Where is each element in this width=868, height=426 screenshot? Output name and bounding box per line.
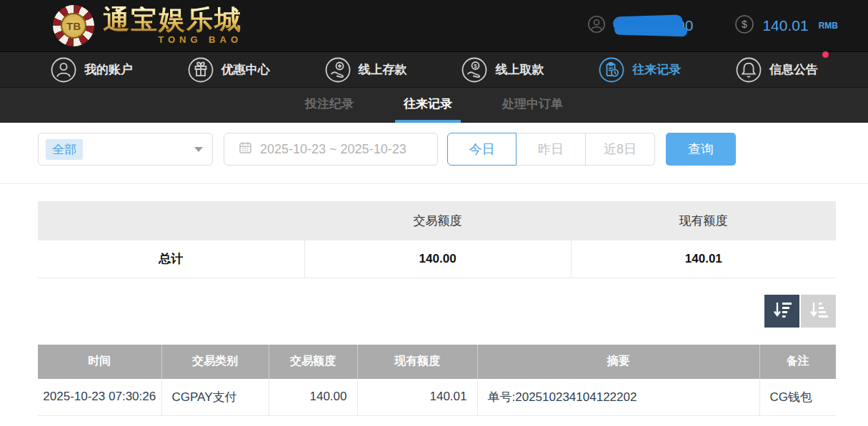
nav-item-deposit[interactable]: 线上存款 [324,56,407,83]
summary-header-empty [38,201,304,240]
nav-label: 线上取款 [495,61,544,78]
nav-item-withdraw[interactable]: $ 线上取款 [461,56,544,83]
bell-icon [735,56,762,83]
quick-btn-today[interactable]: 今日 [447,133,517,166]
svg-text:$: $ [474,63,478,69]
col-header-amount: 交易额度 [269,345,357,379]
tab-betting-records[interactable]: 投注纪录 [296,88,362,123]
nav-label: 往来记录 [632,61,681,78]
nav-item-transaction-records[interactable]: 往来记录 [598,56,681,83]
content-area: 全部 2025-10-23 ~ 2025-10-23 今日 [0,123,868,416]
privacy-scribble [614,25,687,37]
summary-header-row: 交易额度 现有额度 [38,201,836,240]
selected-type-chip: 全部 [46,139,83,160]
quick-btn-last-8-days[interactable]: 近8日 [586,133,655,166]
records-table: 时间 交易类别 交易额度 现有额度 摘要 备注 2025-10-23 07:30… [38,345,836,417]
tab-label: 往来记录 [404,96,452,112]
type-select[interactable]: 全部 [38,133,213,166]
sub-nav: 投注纪录 往来记录 处理中订单 [0,87,868,123]
col-header-type: 交易类别 [161,345,269,379]
summary-total-label: 总计 [38,240,304,278]
col-header-note: 备注 [759,345,836,379]
filter-row: 全部 2025-10-23 ~ 2025-10-23 今日 [38,133,836,166]
nav-item-promotions[interactable]: 优惠中心 [187,56,270,83]
poker-chip-icon: TB [53,5,94,46]
records-header-row: 时间 交易类别 交易额度 现有额度 摘要 备注 [38,345,836,379]
cell-type: CGPAY支付 [161,379,269,416]
logo-title-en: TONG BAO [103,34,242,45]
top-header: TB 通宝娱乐城 TONG BAO 590 [0,0,868,51]
user-avatar-icon [587,15,606,36]
col-header-summary: 摘要 [477,345,759,379]
sort-ascending-button[interactable] [801,295,836,328]
summary-transaction-amount: 140.00 [304,240,571,278]
summary-header-current-amount: 现有额度 [571,201,836,240]
cell-note: CG钱包 [759,379,836,416]
chip-label: TB [61,13,86,39]
nav-item-announcements[interactable]: 信息公告 [735,56,818,83]
user-account-box[interactable]: 590 [587,13,693,39]
date-range-input[interactable]: 2025-10-23 ~ 2025-10-23 [224,133,438,166]
account-icon [50,56,77,83]
gift-icon [187,56,214,83]
section-divider [0,183,868,184]
tab-transaction-records[interactable]: 往来记录 [395,88,461,123]
cell-amount: 140.00 [269,379,357,416]
quick-date-group: 今日 昨日 近8日 [447,133,655,166]
notification-dot [822,51,829,58]
logo-title-cn: 通宝娱乐城 [103,6,242,33]
summary-total-row: 总计 140.00 140.01 [38,240,836,278]
date-range-value: 2025-10-23 ~ 2025-10-23 [260,142,406,157]
summary-table: 交易额度 现有额度 总计 140.00 140.01 [38,201,836,278]
summary-current-amount: 140.01 [571,240,836,278]
quick-btn-label: 近8日 [604,141,637,158]
sort-descending-button[interactable] [764,295,799,328]
col-header-time: 时间 [38,345,161,379]
withdraw-icon: $ [461,56,488,83]
tab-processing-orders[interactable]: 处理中订单 [494,88,572,123]
quick-btn-yesterday[interactable]: 昨日 [517,133,586,166]
logo-text: 通宝娱乐城 TONG BAO [103,6,242,45]
coin-icon: $ [734,14,754,37]
sort-descending-icon [772,300,792,321]
svg-text:$: $ [742,19,748,30]
col-header-balance: 现有额度 [357,345,477,379]
search-button[interactable]: 查询 [666,133,736,166]
balance-box: $ 140.01 RMB [734,14,838,37]
header-right: 590 $ 140.01 RMB [587,13,838,39]
balance-currency: RMB [819,21,838,31]
nav-label: 信息公告 [769,61,818,78]
summary-header-transaction-amount: 交易额度 [304,201,571,240]
tab-label: 处理中订单 [502,96,563,112]
cell-summary: 单号:202510234104122202 [477,379,759,416]
main-nav: 我的账户 优惠中心 线上存款 [0,51,868,87]
username-redacted: 590 [613,13,693,39]
quick-btn-label: 昨日 [538,141,564,158]
balance-amount: 140.01 [762,17,808,34]
nav-label: 优惠中心 [221,61,270,78]
quick-btn-label: 今日 [469,141,495,158]
calendar-icon [239,141,252,158]
nav-label: 我的账户 [84,61,133,78]
sort-controls [38,295,836,328]
cell-balance: 140.01 [357,379,477,416]
sort-ascending-icon [809,300,829,321]
site-logo[interactable]: TB 通宝娱乐城 TONG BAO [53,5,242,46]
nav-item-my-account[interactable]: 我的账户 [50,56,133,83]
records-icon [598,56,625,83]
cell-time: 2025-10-23 07:30:26 [38,379,161,416]
deposit-icon [324,56,351,83]
tab-label: 投注纪录 [305,96,354,112]
nav-label: 线上存款 [359,61,407,78]
table-row: 2025-10-23 07:30:26 CGPAY支付 140.00 140.0… [38,379,836,416]
chevron-down-icon [194,147,203,152]
